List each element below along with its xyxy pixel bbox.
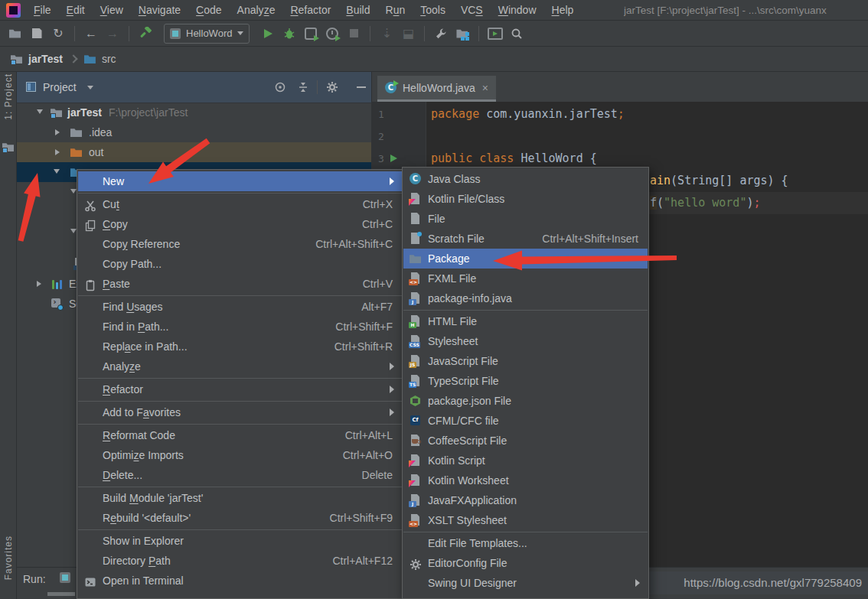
breadcrumb-jartest[interactable]: jarTest [11, 53, 63, 65]
locate-file-icon[interactable] [274, 81, 286, 96]
menu-item-analyze[interactable]: Analyze [78, 356, 402, 376]
menu-item-copy-path[interactable]: Copy Path... [78, 254, 402, 274]
stop-icon[interactable] [343, 23, 364, 44]
close-icon[interactable]: × [482, 82, 488, 94]
submenu-item-javascript-file[interactable]: JS JavaScript File [403, 351, 648, 371]
project-panel-header: Project [17, 72, 371, 103]
synchronize-icon[interactable]: ↻ [47, 23, 69, 44]
submenu-item-html-file[interactable]: H HTML File [403, 311, 648, 331]
menu-item-copy[interactable]: CopyCtrl+C [78, 214, 402, 234]
back-icon[interactable]: ← [80, 23, 102, 44]
run-icon[interactable] [257, 23, 279, 44]
submenu-item-editorconfig-file[interactable]: EditorConfig File [403, 553, 648, 573]
gear-icon[interactable] [326, 81, 338, 96]
collapse-arrow-icon[interactable] [37, 281, 41, 287]
submenu-item-swing-ui-designer[interactable]: Swing UI Designer [403, 573, 648, 593]
menu-item-paste[interactable]: PasteCtrl+V [78, 274, 402, 294]
breadcrumb-src[interactable]: src [84, 53, 116, 65]
build-hammer-icon[interactable] [135, 23, 156, 44]
menu-item-optimize-imports[interactable]: Optimize ImportsCtrl+Alt+O [78, 445, 402, 465]
menu-window[interactable]: Window [491, 0, 544, 21]
menu-vcs[interactable]: VCS [453, 0, 491, 21]
submenu-item-fxml-file[interactable]: <> FXML File [403, 269, 648, 288]
submenu-item-kotlin-file[interactable]: Kotlin File/Class [403, 189, 648, 209]
menu-item-directory-path[interactable]: Directory PathCtrl+Alt+F12 [78, 551, 402, 571]
run-class-gutter-icon[interactable] [390, 155, 397, 162]
menu-refactor[interactable]: Refactor [282, 0, 338, 21]
save-all-icon[interactable] [26, 23, 47, 44]
menu-item-show-in-explorer[interactable]: Show in Explorer [78, 531, 402, 551]
tree-item-out[interactable]: out [17, 142, 371, 162]
menu-code[interactable]: Code [188, 0, 229, 21]
menu-item-copy-reference[interactable]: Copy ReferenceCtrl+Alt+Shift+C [78, 234, 402, 254]
coffeescript-icon [410, 435, 422, 447]
search-everywhere-icon[interactable] [506, 23, 527, 44]
tree-item-jartest[interactable]: jarTestF:\project\jarTest [17, 103, 371, 122]
submenu-item-kotlin-worksheet[interactable]: Kotlin Worksheet [403, 470, 648, 490]
expand-arrow-icon[interactable] [70, 229, 77, 233]
tree-item-idea[interactable]: .idea [17, 122, 371, 142]
menu-item-build-module[interactable]: Build Module 'jarTest' [78, 488, 402, 508]
expand-arrow-icon[interactable] [54, 169, 60, 174]
toolbar-separator [370, 26, 370, 41]
run-with-coverage-icon[interactable] [300, 23, 321, 44]
submenu-item-stylesheet[interactable]: CSS Stylesheet [403, 331, 648, 351]
menu-help[interactable]: Help [544, 0, 582, 21]
submenu-item-coffeescript-file[interactable]: CoffeeScript File [403, 431, 648, 451]
submenu-item-javafx-application[interactable]: J JavaFXApplication [403, 490, 648, 510]
menu-item-add-to-favorites[interactable]: Add to Favorites [78, 402, 402, 422]
menu-item-refactor[interactable]: Refactor [78, 379, 402, 399]
submenu-item-edit-file-templates[interactable]: Edit File Templates... [403, 533, 648, 553]
settings-wrench-icon[interactable] [430, 23, 452, 44]
submenu-item-kotlin-script[interactable]: Kotlin Script [403, 451, 648, 470]
run-configuration-select[interactable]: HelloWord [164, 24, 250, 44]
menu-analyze[interactable]: Analyze [230, 0, 283, 21]
debug-icon[interactable] [279, 23, 300, 44]
expand-arrow-icon[interactable] [37, 109, 43, 114]
menu-navigate[interactable]: Navigate [131, 0, 188, 21]
collapse-arrow-icon[interactable] [55, 129, 60, 135]
hide-panel-icon[interactable] [357, 86, 366, 88]
menu-item-cut[interactable]: CutCtrl+X [78, 194, 402, 214]
menu-item-open-in-terminal[interactable]: Open in Terminal [78, 571, 402, 591]
project-structure-icon[interactable] [452, 23, 473, 44]
menu-view[interactable]: View [93, 0, 131, 21]
expand-arrow-icon[interactable] [70, 189, 77, 194]
menu-item-reformat-code[interactable]: Reformat CodeCtrl+Alt+L [78, 425, 402, 445]
submenu-item-package[interactable]: Package [403, 249, 648, 269]
submenu-item-java-class[interactable]: Java Class [403, 169, 648, 189]
tool-window-button-project[interactable]: 1: Project [3, 73, 14, 138]
menu-tools[interactable]: Tools [413, 0, 453, 21]
collapse-all-icon[interactable] [297, 81, 309, 96]
submenu-item-file[interactable]: File [403, 209, 648, 229]
menu-build[interactable]: Build [338, 0, 377, 21]
menu-item-find-in-path[interactable]: Find in Path...Ctrl+Shift+F [78, 317, 402, 337]
scratches-icon [51, 298, 63, 310]
submenu-item-scratch-file[interactable]: Scratch FileCtrl+Alt+Shift+Insert [403, 229, 648, 249]
menu-item-delete[interactable]: Delete...Delete [78, 465, 402, 485]
menu-item-replace-in-path[interactable]: Replace in Path...Ctrl+Shift+R [78, 337, 402, 356]
submenu-item-package-json[interactable]: package.json File [403, 391, 648, 411]
submenu-item-package-info[interactable]: J package-info.java [403, 288, 648, 308]
collapse-arrow-icon[interactable] [55, 149, 60, 155]
open-project-icon[interactable] [5, 23, 26, 44]
menu-separator [403, 310, 648, 311]
xslt-icon: <> [410, 514, 422, 526]
project-panel-title[interactable]: Project [43, 72, 77, 103]
menu-item-find-usages[interactable]: Find UsagesAlt+F7 [78, 297, 402, 317]
editor-tab-helloword[interactable]: HelloWord.java × [377, 76, 496, 102]
run-anything-icon[interactable] [485, 23, 506, 44]
forward-icon[interactable]: → [102, 23, 123, 44]
menu-item-rebuild-default[interactable]: Rebuild '<default>'Ctrl+Shift+F9 [78, 508, 402, 528]
menu-item-new[interactable]: New [78, 171, 402, 191]
tool-window-button-favorites[interactable]: Favorites [3, 536, 14, 599]
submenu-item-xslt-stylesheet[interactable]: <> XSLT Stylesheet [403, 510, 648, 530]
submenu-item-cfml-file[interactable]: CFML/CFC file [403, 411, 648, 431]
menu-edit[interactable]: Edit [59, 0, 93, 21]
line-number: 1 [378, 103, 401, 125]
profiler-icon[interactable] [321, 23, 343, 44]
project-stripe-icon[interactable] [2, 141, 15, 153]
menu-run[interactable]: Run [378, 0, 413, 21]
menu-file[interactable]: File [26, 0, 59, 21]
submenu-item-typescript-file[interactable]: TS TypeScript File [403, 371, 648, 391]
